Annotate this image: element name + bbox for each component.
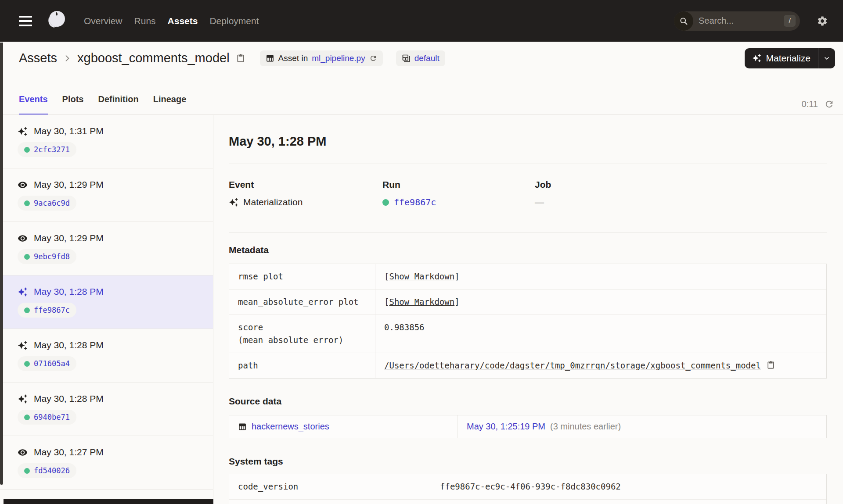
- metadata-table: rmse plot [Show Markdown] mean_absolute_…: [229, 264, 827, 379]
- run-id-link[interactable]: 6940be71: [34, 413, 70, 422]
- system-tag-key: [229, 500, 431, 504]
- metadata-row: score (mean_absolute_error) 0.983856: [229, 315, 826, 353]
- copy-path-icon[interactable]: [767, 361, 775, 370]
- run-id-link[interactable]: 9ebc9fd8: [34, 252, 70, 261]
- tab-label: Plots: [62, 94, 84, 104]
- metadata-key: mean_absolute_error plot: [229, 290, 375, 315]
- run-id-badge[interactable]: 6940be71: [18, 410, 76, 425]
- asset-file-link[interactable]: ml_pipeline.py: [312, 54, 365, 63]
- event-list-item[interactable]: May 30, 1:28 PM 071605a4: [0, 329, 213, 382]
- asset-location-prefix: Asset in: [278, 54, 308, 63]
- run-id-link[interactable]: ffe9867c: [394, 197, 436, 207]
- settings-gear-icon[interactable]: [817, 15, 828, 27]
- observation-eye-icon: [18, 233, 28, 243]
- run-id-link[interactable]: ffe9867c: [34, 306, 70, 315]
- run-id-link[interactable]: 2cfc3271: [34, 145, 70, 154]
- metadata-value: /Users/odetteharary/code/dagster/tmp_0mz…: [375, 353, 809, 378]
- run-id-badge[interactable]: 071605a4: [18, 356, 76, 371]
- source-time-cell: May 30, 1:25:19 PM (3 minutes earlier): [458, 415, 826, 438]
- event-list-item[interactable]: May 30, 1:29 PM 9ebc9fd8: [0, 222, 213, 275]
- event-timestamp: May 30, 1:28 PM: [34, 286, 104, 297]
- menu-hamburger-icon[interactable]: [19, 16, 32, 26]
- event-title: May 30, 1:28 PM: [229, 134, 326, 149]
- tab[interactable]: Events: [19, 94, 48, 115]
- materialization-sparkle-icon: [18, 340, 28, 350]
- metadata-extra-cell: [809, 290, 826, 315]
- run-id-badge[interactable]: 2cfc3271: [18, 142, 76, 157]
- tab[interactable]: Definition: [98, 94, 139, 115]
- path-link[interactable]: /Users/odetteharary/code/dagster/tmp_0mz…: [384, 359, 761, 372]
- reload-location-icon[interactable]: [369, 54, 377, 62]
- tab[interactable]: Lineage: [153, 94, 187, 115]
- metadata-row: rmse plot [Show Markdown]: [229, 264, 826, 290]
- run-id-link[interactable]: fd540026: [34, 466, 70, 475]
- event-list-item[interactable]: May 30, 1:27 PM fd540026: [0, 436, 213, 490]
- run-status-dot: [24, 468, 30, 474]
- divider: [229, 164, 827, 164]
- system-tag-key: code_version: [229, 474, 431, 499]
- system-tag-row: code_version ffe9867c-ec9c-4f06-939c-f8d…: [229, 474, 826, 500]
- copy-asset-name-icon[interactable]: [236, 54, 245, 63]
- search-box[interactable]: /: [674, 11, 800, 31]
- run-id-badge[interactable]: ffe9867c: [18, 303, 76, 318]
- run-label: Run: [382, 179, 436, 190]
- event-list: May 30, 1:31 PM 2cfc3271 May 30, 1:29 PM…: [0, 115, 213, 490]
- repo-layered-grid-icon: [402, 54, 411, 63]
- run-id-badge[interactable]: 9aca6c9d: [18, 196, 76, 211]
- breadcrumb-root-link[interactable]: Assets: [19, 51, 57, 65]
- nav-item-label: Deployment: [209, 16, 259, 26]
- chevron-right-icon: [63, 54, 72, 63]
- window-scrollbar[interactable]: [0, 43, 3, 485]
- metadata-extra-cell: [809, 264, 826, 289]
- run-column: Run ffe9867c: [382, 179, 436, 207]
- event-list-item[interactable]: May 30, 1:29 PM 9aca6c9d: [0, 168, 213, 222]
- run-id-badge[interactable]: fd540026: [18, 463, 76, 478]
- event-label: Event: [229, 179, 303, 190]
- chevron-down-icon: [823, 55, 830, 62]
- run-id-badge[interactable]: 9ebc9fd8: [18, 249, 76, 264]
- nav-item[interactable]: Assets: [168, 16, 198, 26]
- show-markdown-link[interactable]: Show Markdown: [389, 296, 454, 308]
- system-tag-row: [229, 500, 826, 504]
- event-list-item[interactable]: May 30, 1:28 PM ffe9867c: [0, 275, 213, 329]
- bottom-edge-strip: [4, 499, 213, 504]
- nav-item[interactable]: Deployment: [209, 16, 259, 26]
- event-list-sidebar: May 30, 1:31 PM 2cfc3271 May 30, 1:29 PM…: [0, 115, 213, 504]
- materialize-dropdown-button[interactable]: [818, 48, 835, 68]
- event-list-item[interactable]: May 30, 1:28 PM 6940be71: [0, 382, 213, 436]
- event-timestamp: May 30, 1:28 PM: [34, 393, 104, 404]
- source-relative-time: (3 minutes earlier): [550, 422, 621, 432]
- divider: [229, 232, 827, 232]
- top-nav-bar: OverviewRunsAssetsDeployment /: [0, 0, 843, 42]
- refresh-icon[interactable]: [824, 99, 834, 109]
- nav-item[interactable]: Runs: [134, 16, 156, 26]
- metadata-extra-cell: [809, 353, 826, 378]
- materialization-sparkle-icon: [229, 197, 238, 207]
- metadata-value: [Show Markdown]: [375, 264, 809, 289]
- event-list-item[interactable]: May 30, 1:31 PM 2cfc3271: [0, 115, 213, 168]
- nav-item[interactable]: Overview: [84, 16, 122, 26]
- repository-badge: default: [396, 50, 445, 66]
- bracket-open: [: [384, 296, 389, 308]
- materialize-button[interactable]: Materialize: [745, 48, 818, 68]
- bracket-close: ]: [454, 296, 459, 308]
- run-id-link[interactable]: 9aca6c9d: [34, 199, 70, 207]
- run-id-link[interactable]: 071605a4: [34, 359, 70, 368]
- system-tag-value: [431, 500, 826, 504]
- run-status-dot: [24, 415, 30, 420]
- metadata-key: rmse plot: [229, 264, 375, 289]
- bracket-close: ]: [454, 270, 459, 283]
- sparkles-icon: [752, 54, 761, 63]
- search-input[interactable]: [699, 16, 784, 26]
- dagster-logo-icon[interactable]: [43, 9, 68, 33]
- show-markdown-link[interactable]: Show Markdown: [389, 270, 454, 283]
- asset-tabs: EventsPlotsDefinitionLineage: [0, 75, 843, 115]
- source-asset-link[interactable]: hackernews_stories: [252, 422, 329, 432]
- bracket-open: [: [384, 270, 389, 283]
- metadata-key: score (mean_absolute_error): [229, 315, 375, 353]
- nav-item-label: Assets: [168, 16, 198, 26]
- repo-default-link[interactable]: default: [414, 54, 440, 63]
- source-timestamp-link[interactable]: May 30, 1:25:19 PM: [467, 422, 545, 432]
- tab[interactable]: Plots: [62, 94, 84, 115]
- run-status-dot: [24, 307, 30, 313]
